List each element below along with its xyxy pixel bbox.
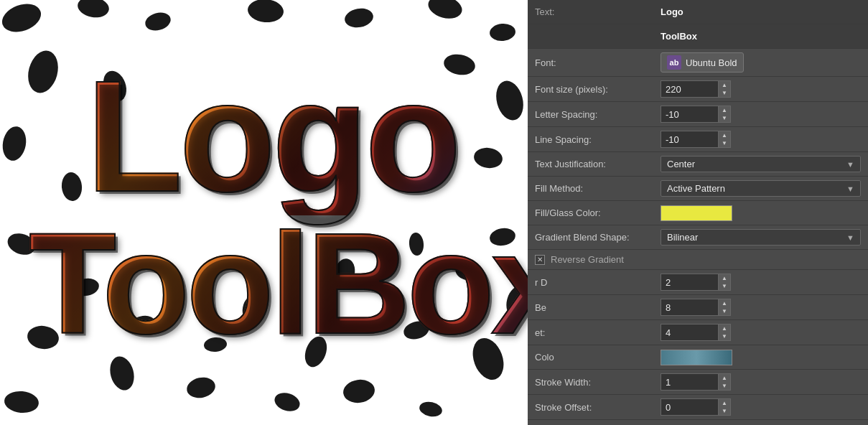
gradient-blend-arrow: ▼: [846, 233, 854, 242]
letter-spacing-up[interactable]: ▲: [719, 106, 730, 114]
fill-method-row: Fill Method: Active Pattern ▼: [528, 177, 868, 201]
fill-glass-swatch-container: [661, 205, 861, 221]
fill-method-value: Active Pattern: [667, 183, 725, 194]
fill-method-label: Fill Method:: [535, 183, 661, 194]
letter-spacing-down[interactable]: ▼: [719, 114, 730, 122]
fill-glass-color-row: Fill/Glass Color:: [528, 201, 868, 225]
stroke-offset-spinbox: ▲ ▼: [661, 398, 861, 416]
r-d-row: r D ▲ ▼: [528, 270, 868, 295]
font-size-arrows: ▲ ▼: [718, 80, 731, 98]
fill-method-dropdown[interactable]: Active Pattern ▼: [661, 180, 861, 197]
text-label: Text:: [535, 6, 661, 17]
be-row: Be ▲ ▼: [528, 295, 868, 320]
et-spinbox: ▲ ▼: [661, 324, 861, 341]
line-spacing-input[interactable]: [661, 131, 718, 148]
stroke-offset-label: Stroke Offset:: [535, 402, 661, 413]
letter-spacing-input[interactable]: [661, 106, 718, 123]
stroke-offset-input[interactable]: [661, 398, 718, 416]
text-justification-value: Center: [667, 159, 695, 169]
font-name: Ubuntu Bold: [686, 57, 737, 68]
font-size-label: Font size (pixels):: [535, 84, 661, 95]
gradient-blend-label: Gradient Blend Shape:: [535, 232, 661, 243]
r-d-down[interactable]: ▼: [719, 282, 730, 290]
font-value-container: ab Ubuntu Bold: [661, 52, 861, 73]
canvas-area: Logo ToolBox: [0, 0, 528, 425]
be-input[interactable]: [661, 299, 718, 316]
stroke-width-down[interactable]: ▼: [719, 382, 730, 390]
et-down[interactable]: ▼: [719, 332, 730, 340]
text-logo-value: Logo: [661, 6, 861, 17]
stroke-offset-down[interactable]: ▼: [719, 407, 730, 415]
gradient-blend-value: Bilinear: [667, 232, 698, 243]
line-spacing-spinbox: ▲ ▼: [661, 131, 861, 148]
text-justification-arrow: ▼: [846, 160, 854, 169]
color-row: Colo: [528, 345, 868, 370]
r-d-spinbox: ▲ ▼: [661, 274, 861, 291]
line-spacing-arrows: ▲ ▼: [718, 131, 731, 148]
col-color-swatch[interactable]: [661, 350, 732, 365]
col-swatch-container: [661, 350, 861, 365]
fill-method-arrow: ▼: [846, 185, 854, 193]
stroke-width-label: Stroke Width:: [535, 377, 661, 388]
logo-line1: Logo: [86, 57, 458, 215]
text-justification-dropdown-container: Center ▼: [661, 156, 861, 172]
stroke-offset-arrows: ▲ ▼: [718, 398, 731, 416]
be-down[interactable]: ▼: [719, 307, 730, 315]
font-row: Font: ab Ubuntu Bold: [528, 49, 868, 77]
et-arrows: ▲ ▼: [718, 324, 731, 341]
font-size-row: Font size (pixels): ▲ ▼: [528, 77, 868, 102]
stroke-width-spinbox: ▲ ▼: [661, 373, 861, 391]
r-d-arrows: ▲ ▼: [718, 274, 731, 291]
be-up[interactable]: ▲: [719, 299, 730, 307]
reverse-gradient-row: ✕ Reverse Gradient: [528, 250, 868, 270]
reverse-gradient-label: Reverse Gradient: [551, 254, 624, 265]
fill-glass-label: Fill/Glass Color:: [535, 207, 661, 218]
et-input[interactable]: [661, 324, 718, 341]
r-d-label: r D: [535, 277, 661, 288]
font-size-up[interactable]: ▲: [719, 81, 730, 89]
line-spacing-up[interactable]: ▲: [719, 131, 730, 139]
line-spacing-label: Line Spacing:: [535, 134, 661, 145]
stroke-width-row: Stroke Width: ▲ ▼: [528, 370, 868, 395]
letter-spacing-label: Letter Spacing:: [535, 109, 661, 120]
letter-spacing-arrows: ▲ ▼: [718, 106, 731, 123]
stroke-offset-up[interactable]: ▲: [719, 399, 730, 407]
letter-spacing-spinbox: ▲ ▼: [661, 106, 861, 123]
text-justification-dropdown[interactable]: Center ▼: [661, 156, 861, 172]
logo-line2: ToolBox: [29, 212, 528, 355]
text-toolbox-value: ToolBox: [661, 31, 861, 42]
be-arrows: ▲ ▼: [718, 299, 731, 316]
font-size-spinbox: ▲ ▼: [661, 80, 861, 98]
et-row: et: ▲ ▼: [528, 320, 868, 345]
font-button[interactable]: ab Ubuntu Bold: [661, 52, 744, 73]
font-size-down[interactable]: ▼: [719, 89, 730, 97]
gradient-blend-dropdown[interactable]: Bilinear ▼: [661, 229, 861, 246]
text-logo-row: Text: Logo: [528, 0, 868, 24]
stroke-offset-row: Stroke Offset: ▲ ▼: [528, 395, 868, 420]
et-label: et:: [535, 327, 661, 338]
stroke-width-up[interactable]: ▲: [719, 374, 730, 382]
font-label: Font:: [535, 57, 661, 68]
line-spacing-row: Line Spacing: ▲ ▼: [528, 127, 868, 152]
text-justification-row: Text Justification: Center ▼: [528, 152, 868, 177]
reverse-gradient-checkbox[interactable]: ✕: [535, 255, 545, 265]
properties-panel: Text: Logo ToolBox Font: ab Ubuntu Bold …: [528, 0, 868, 425]
r-d-input[interactable]: [661, 274, 718, 291]
fill-glass-color-swatch[interactable]: [661, 205, 732, 221]
r-d-up[interactable]: ▲: [719, 274, 730, 282]
fill-method-dropdown-container: Active Pattern ▼: [661, 180, 861, 197]
be-spinbox: ▲ ▼: [661, 299, 861, 316]
line-spacing-down[interactable]: ▼: [719, 139, 730, 147]
gradient-blend-row: Gradient Blend Shape: Bilinear ▼: [528, 225, 868, 250]
text-justification-label: Text Justification:: [535, 159, 661, 169]
letter-spacing-row: Letter Spacing: ▲ ▼: [528, 102, 868, 127]
font-size-input[interactable]: [661, 80, 718, 98]
stroke-width-arrows: ▲ ▼: [718, 373, 731, 391]
et-up[interactable]: ▲: [719, 324, 730, 332]
font-icon: ab: [667, 55, 681, 70]
col-label: Colo: [535, 352, 661, 363]
text-toolbox-row: ToolBox: [528, 24, 868, 49]
be-label: Be: [535, 302, 661, 313]
stroke-width-input[interactable]: [661, 373, 718, 391]
gradient-blend-dropdown-container: Bilinear ▼: [661, 229, 861, 246]
